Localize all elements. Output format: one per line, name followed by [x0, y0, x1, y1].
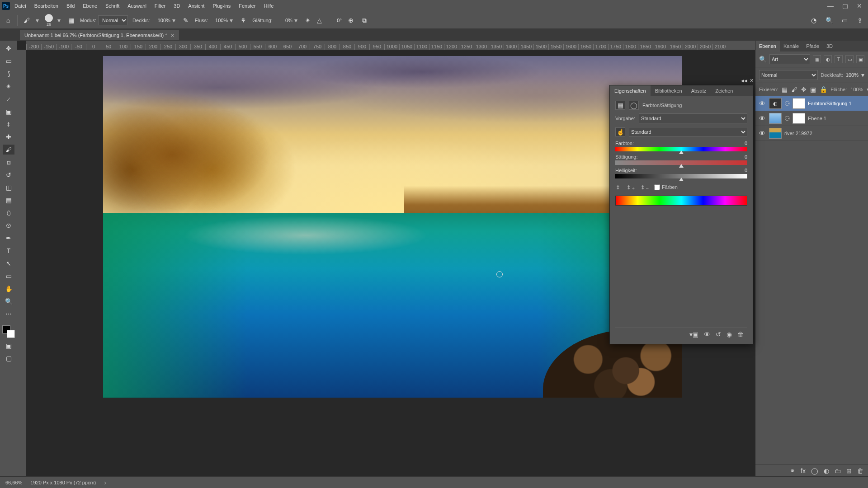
screenmode-icon[interactable]: ▢	[3, 353, 14, 363]
layer-fx-icon[interactable]: fx	[801, 468, 806, 474]
menu-filter[interactable]: Filter	[151, 1, 169, 10]
menu-3d[interactable]: 3D	[170, 1, 184, 10]
menu-fenster[interactable]: Fenster	[235, 1, 259, 10]
tool-preset-dropdown-icon[interactable]: ▾	[36, 17, 40, 23]
add-mask-icon[interactable]: ◯	[811, 468, 818, 474]
tab-kanaele[interactable]: Kanäle	[780, 41, 802, 52]
share-icon[interactable]: ⇪	[855, 16, 864, 25]
brush-picker-dropdown-icon[interactable]: ▾	[57, 17, 62, 23]
tab-close-icon[interactable]: ×	[171, 32, 175, 38]
new-layer-icon[interactable]: ⊞	[846, 468, 852, 474]
mask-icon[interactable]: ◯	[629, 101, 639, 110]
lock-artboard-icon[interactable]: ▣	[810, 86, 816, 93]
menu-plugins[interactable]: Plug-ins	[209, 1, 234, 10]
layer-opacity-value[interactable]: 100%	[846, 72, 859, 78]
adjustment-thumb-icon[interactable]: ◐	[769, 98, 782, 109]
eyedropper-minus-icon[interactable]: ⤈₋	[640, 184, 649, 190]
saturation-slider[interactable]: Sättigung:0	[615, 154, 747, 165]
layer-row[interactable]: 👁 river-219972	[755, 126, 868, 141]
layer-name[interactable]: Farbton/Sättigung 1	[808, 101, 864, 106]
layer-row[interactable]: 👁 ◐ ⚇ Farbton/Sättigung 1	[755, 96, 868, 111]
opacity-value[interactable]: 100%	[152, 18, 170, 23]
window-minimize-icon[interactable]: —	[824, 1, 837, 10]
pen-tool[interactable]: ✒	[3, 233, 14, 243]
quickmask-icon[interactable]: ▣	[3, 341, 14, 351]
marquee-tool[interactable]: ▭	[3, 56, 14, 66]
filter-type-icon[interactable]: T	[835, 55, 843, 63]
smoothing-value[interactable]: 0%	[274, 18, 292, 23]
status-menu-icon[interactable]: ›	[104, 479, 106, 486]
tab-pfade[interactable]: Pfade	[802, 41, 823, 52]
new-adjustment-icon[interactable]: ◐	[824, 468, 829, 474]
ruler-vertical[interactable]	[17, 50, 26, 476]
menu-ebene[interactable]: Ebene	[79, 1, 101, 10]
workspace-icon[interactable]: ▭	[840, 16, 849, 25]
colorize-input[interactable]	[654, 184, 660, 190]
tab-eigenschaften[interactable]: Eigenschaften	[610, 85, 651, 96]
visibility-icon[interactable]: 👁	[759, 115, 766, 122]
flow-dropdown-icon[interactable]: ▾	[230, 17, 234, 23]
filter-shape-icon[interactable]: ▭	[845, 55, 854, 63]
window-close-icon[interactable]: ✕	[853, 1, 866, 10]
channel-select[interactable]: Standard	[629, 127, 747, 137]
lock-pixels-icon[interactable]: 🖌	[791, 86, 797, 93]
smoothing-options-icon[interactable]: ✴	[303, 16, 312, 25]
history-brush-tool[interactable]: ↺	[3, 170, 14, 180]
filter-smart-icon[interactable]: ▣	[856, 55, 864, 63]
menu-datei[interactable]: Datei	[11, 1, 30, 10]
hand-tool[interactable]: ✋	[3, 284, 14, 294]
lock-position-icon[interactable]: ✥	[801, 86, 807, 93]
layer-row[interactable]: 👁 ⚇ Ebene 1	[755, 111, 868, 126]
collapse-panel-icon[interactable]: ◂◂	[741, 77, 747, 84]
brush-tool[interactable]: 🖌	[3, 145, 14, 155]
search-icon[interactable]: 🔍	[825, 16, 834, 25]
pressure-opacity-icon[interactable]: ✎	[181, 16, 190, 25]
layer-thumb[interactable]	[769, 128, 782, 139]
stamp-tool[interactable]: ⧈	[3, 157, 14, 167]
lock-all-icon[interactable]: 🔒	[820, 86, 827, 93]
filter-pixel-icon[interactable]: ▦	[813, 55, 821, 63]
angle-value[interactable]: 0°	[324, 18, 342, 23]
eyedropper-plus-icon[interactable]: ⤈₊	[626, 184, 635, 190]
lock-transparency-icon[interactable]: ▦	[782, 86, 788, 93]
menu-schrift[interactable]: Schrift	[102, 1, 123, 10]
eyedropper-icon[interactable]: ⤈	[615, 184, 621, 190]
sat-value[interactable]: 0	[745, 154, 747, 160]
layer-name[interactable]: Ebene 1	[808, 116, 864, 121]
eyedropper-tool[interactable]: ⤈	[3, 119, 14, 129]
layer-blend-select[interactable]: Normal	[759, 70, 818, 80]
tool-preset-icon[interactable]: 🖌	[22, 16, 31, 25]
opacity-dropdown-icon[interactable]: ▾	[172, 17, 177, 23]
ruler-horizontal[interactable]: -200-150-100-500501001502002503003504004…	[26, 41, 755, 50]
hue-slider[interactable]: Farbton:0	[615, 141, 747, 151]
toggle-visibility-icon[interactable]: ◉	[726, 331, 732, 338]
close-panel-icon[interactable]: ×	[750, 77, 754, 84]
tab-ebenen[interactable]: Ebenen	[755, 41, 780, 52]
mask-thumb[interactable]	[793, 98, 805, 109]
window-maximize-icon[interactable]: ▢	[838, 1, 852, 10]
link-icon[interactable]: ⚇	[784, 115, 790, 122]
colorize-checkbox[interactable]: Färben	[654, 184, 678, 190]
home-icon[interactable]: ⌂	[4, 16, 13, 25]
blend-mode-select[interactable]: Normal	[98, 15, 128, 25]
blur-tool[interactable]: ⬯	[3, 208, 14, 218]
clip-to-layer-icon[interactable]: ▾▣	[689, 331, 698, 338]
airbrush-icon[interactable]: ⚘	[239, 16, 248, 25]
layer-thumb[interactable]	[769, 113, 782, 124]
delete-layer-icon[interactable]: 🗑	[857, 468, 863, 474]
zoom-level[interactable]: 66,66%	[5, 480, 22, 485]
brush-preview-icon[interactable]	[45, 14, 53, 22]
tab-3d[interactable]: 3D	[823, 41, 836, 52]
pressure-size-icon[interactable]: ⊕	[346, 16, 355, 25]
edit-toolbar-icon[interactable]: ⋯	[3, 309, 14, 319]
menu-bild[interactable]: Bild	[63, 1, 78, 10]
menu-ansicht[interactable]: Ansicht	[184, 1, 208, 10]
delete-adjustment-icon[interactable]: 🗑	[737, 331, 744, 338]
new-group-icon[interactable]: 🗀	[835, 468, 841, 474]
layer-name[interactable]: river-219972	[784, 131, 864, 136]
doc-info[interactable]: 1920 Px x 1080 Px (72 ppcm)	[30, 480, 96, 485]
path-tool[interactable]: ↖	[3, 258, 14, 268]
wand-tool[interactable]: ✴	[3, 81, 14, 91]
type-tool[interactable]: T	[3, 246, 14, 256]
tab-bibliotheken[interactable]: Bibliotheken	[651, 85, 687, 96]
